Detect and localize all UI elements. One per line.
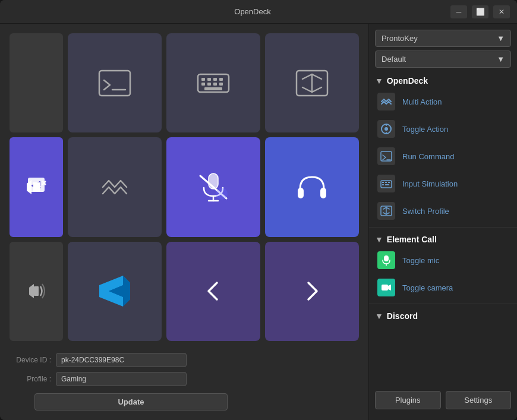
mic-icon [382,255,391,266]
right-sidebar: ProntoKey ▼ Default ▼ ▼ OpenDeck Mu [368,24,517,420]
headphones-icon [294,171,330,203]
svg-rect-15 [219,83,223,86]
button-grid [68,33,359,341]
profile-input[interactable] [56,372,187,386]
minimize-button[interactable]: ─ [450,5,467,18]
grid-cell-vscode[interactable] [68,242,162,341]
run-command-icon [380,150,392,162]
sidebar-item-run-command[interactable]: Run Command [369,143,517,170]
svg-rect-24 [298,188,304,198]
sidebar-item-multi-action[interactable]: Multi Action [369,88,517,115]
chevron-icon: ▼ [375,76,383,86]
opendeck-section-header: ▼ OpenDeck [369,71,517,88]
toggle-mic-icon-box [377,251,395,269]
svg-rect-43 [384,255,389,261]
element-call-section-header: ▼ Element Call [369,230,517,247]
grid-cell-arrow-left[interactable] [166,242,260,341]
mute-button[interactable]: ◀! [10,137,63,236]
discord-section-label: Discord [387,311,418,321]
prontokey-label: ProntoKey [382,34,418,43]
multi-action-label: Multi Action [402,97,442,106]
plugins-button[interactable]: Plugins [375,391,441,409]
svg-rect-13 [207,83,211,86]
sidebar-item-input-simulation[interactable]: Input Simulation [369,170,517,197]
svg-rect-37 [385,182,387,183]
toggle-action-icon-box [377,120,395,138]
element-call-section-label: Element Call [387,235,437,244]
grid-cell-keyboard[interactable] [166,33,260,132]
multi-action-icon-box [377,93,395,110]
camera-icon [381,283,392,292]
toggle-mic-label: Toggle mic [402,256,439,265]
mute-icon: ◀! [23,174,49,200]
sidebar-item-switch-profile[interactable]: Switch Profile [369,197,517,225]
svg-rect-5 [99,71,130,96]
sidebar-item-toggle-mic[interactable]: Toggle mic [369,247,517,274]
toggle-camera-label: Toggle camera [402,283,453,292]
switch-profile-icon-box [377,202,395,220]
grid-cell-chevrons[interactable] [68,137,162,236]
opendeck-section-label: OpenDeck [387,76,428,86]
chevron-down-icon: ▼ [497,34,505,43]
grid-cell-headphones[interactable] [265,137,359,236]
switch-profile-sidebar-icon [380,205,392,217]
deck-area: ◀! [10,33,359,341]
chevron-icon-ec: ▼ [375,235,383,244]
svg-rect-14 [213,83,217,86]
switch-profile-icon [294,68,330,98]
chevron-icon-discord: ▼ [375,311,383,321]
discord-section-header: ▼ Discord [369,307,517,323]
divider-2 [369,304,517,304]
chevron-down-icon2: ▼ [497,55,505,64]
grid-cell-switch[interactable] [265,33,359,132]
settings-button[interactable]: Settings [446,391,512,409]
grid-cell-terminal[interactable] [68,33,162,132]
svg-rect-16 [204,87,222,90]
input-simulation-label: Input Simulation [402,179,458,188]
svg-marker-46 [388,285,391,290]
svg-rect-12 [201,83,205,86]
device-id-input[interactable] [56,353,187,367]
device-id-label: Device ID : [10,356,51,364]
default-dropdown[interactable]: Default ▼ [375,50,511,68]
input-simulation-icon-box [377,175,395,192]
svg-rect-36 [382,182,384,183]
bottom-buttons: Plugins Settings [369,386,517,414]
input-simulation-icon [380,178,392,190]
divider-1 [369,227,517,228]
arrow-left-icon [200,278,226,304]
toggle-action-icon [380,123,392,135]
toggle-camera-icon-box [377,279,395,296]
run-command-label: Run Command [402,152,454,161]
svg-rect-8 [201,78,205,81]
prontokey-dropdown[interactable]: ProntoKey ▼ [375,30,511,47]
svg-rect-40 [385,184,389,185]
multi-action-icon [380,96,392,108]
device-form: Device ID : Profile : Update [10,348,359,410]
side-slot-top[interactable] [10,33,63,132]
maximize-button[interactable]: ⬜ [472,5,488,18]
titlebar: OpenDeck ─ ⬜ ✕ [0,0,517,24]
sidebar-item-toggle-action[interactable]: Toggle Action [369,115,517,143]
sidebar-item-toggle-camera[interactable]: Toggle camera [369,274,517,301]
switch-profile-label: Switch Profile [402,207,449,216]
device-id-row: Device ID : [10,353,359,367]
svg-point-23 [216,188,228,200]
keyboard-icon [196,68,231,98]
svg-rect-11 [219,78,223,81]
left-panel: ◀! [0,24,368,420]
grid-cell-arrow-right[interactable] [265,242,359,341]
close-button[interactable]: ✕ [493,5,510,18]
terminal-icon [97,68,133,98]
vscode-icon [97,273,133,309]
svg-rect-38 [388,182,390,183]
speaker-button[interactable] [10,242,63,341]
grid-cell-mute-hand[interactable] [166,137,260,236]
update-button[interactable]: Update [34,393,228,410]
multi-chevrons-icon [97,172,133,202]
side-buttons: ◀! [10,33,63,341]
mute-hand-icon [196,171,231,203]
svg-rect-39 [382,184,384,185]
svg-rect-4 [34,286,39,296]
toggle-action-label: Toggle Action [402,125,448,134]
